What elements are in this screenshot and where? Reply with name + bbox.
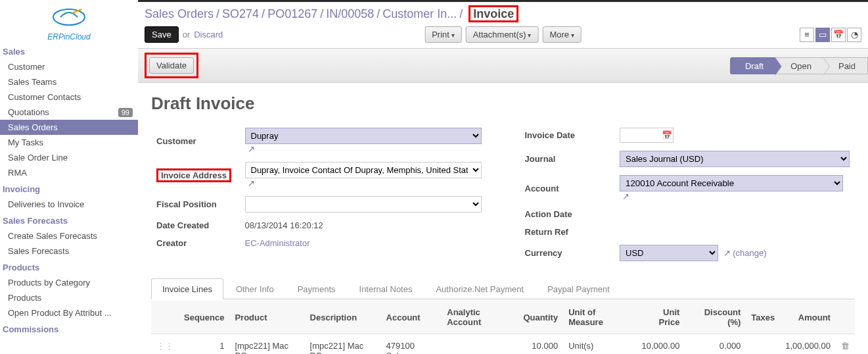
external-link-icon[interactable]: ↗ xyxy=(245,144,255,154)
column-header: Account xyxy=(381,301,442,334)
tab[interactable]: Payments xyxy=(286,278,347,299)
menu-header: Sales Forecasts xyxy=(0,212,138,228)
sidebar-item[interactable]: Open Product By Attribut ... xyxy=(0,305,138,320)
column-header xyxy=(836,301,855,334)
external-link-icon[interactable]: ↗ xyxy=(245,178,255,188)
view-calendar-icon[interactable]: 📅 xyxy=(831,28,846,42)
column-header: Unit of Measure xyxy=(563,301,635,334)
column-header: Product xyxy=(229,301,304,334)
sidebar-item[interactable]: Deliveries to Invoice xyxy=(0,197,138,212)
svg-point-0 xyxy=(53,9,85,25)
fiscal-position-select[interactable] xyxy=(245,196,482,213)
sidebar-item[interactable]: Sales Teams xyxy=(0,74,138,89)
tab[interactable]: Authorize.Net Payment xyxy=(424,278,535,299)
or-text: or xyxy=(183,30,191,39)
column-header: Description xyxy=(305,301,381,334)
sidebar-item[interactable]: RMA xyxy=(0,165,138,180)
column-header xyxy=(151,301,179,334)
sidebar-item[interactable]: Sale Order Line xyxy=(0,150,138,165)
sidebar-item[interactable]: Quotations99 xyxy=(0,105,138,120)
customer-select[interactable]: Dupray xyxy=(245,128,482,144)
column-header: Unit Price xyxy=(635,301,685,334)
page-title: Draft Invoice xyxy=(151,93,855,114)
badge: 99 xyxy=(118,108,133,117)
sidebar-item[interactable]: Customer xyxy=(0,59,138,74)
account-label: Account xyxy=(521,172,615,205)
journal-label: Journal xyxy=(521,147,615,170)
view-list-icon[interactable]: ≡ xyxy=(800,28,814,42)
table-row[interactable]: ⋮⋮1[mpc221] Mac PC[mpc221] Mac PC479100 … xyxy=(151,334,855,355)
menu-header: Products xyxy=(0,259,138,275)
return-ref-label: Return Ref xyxy=(521,224,615,240)
sidebar-item[interactable]: Products xyxy=(0,290,138,305)
status-step[interactable]: Draft xyxy=(730,57,776,74)
logo: ERPinCloud xyxy=(0,3,138,43)
date-created-label: Date Created xyxy=(152,217,240,234)
fiscal-position-label: Fiscal Position xyxy=(152,193,240,216)
breadcrumb-link[interactable]: Sales Orders xyxy=(145,7,214,20)
more-button[interactable]: More xyxy=(542,26,581,43)
breadcrumb-link[interactable]: PO01267 xyxy=(267,7,317,20)
invoice-date-input[interactable] xyxy=(620,128,674,143)
creator-link[interactable]: EC-Administrator xyxy=(245,238,310,248)
currency-select[interactable]: USD xyxy=(620,245,718,261)
column-header: Discount (%) xyxy=(685,301,746,334)
save-button[interactable]: Save xyxy=(145,26,179,43)
customer-label: Customer xyxy=(152,124,240,157)
action-date-label: Action Date xyxy=(521,206,615,222)
column-header: Quantity xyxy=(518,301,563,334)
menu-header: Sales xyxy=(0,43,138,59)
sidebar-item[interactable]: Create Sales Forecasts xyxy=(0,228,138,243)
external-link-icon[interactable]: ↗ xyxy=(620,191,629,201)
sidebar-item[interactable]: Sales Orders xyxy=(0,120,138,135)
toolbar: Save or Discard Print Attachment(s) More… xyxy=(138,24,868,48)
drag-handle-icon[interactable]: ⋮⋮ xyxy=(156,341,173,351)
breadcrumb-current: Invoice xyxy=(473,7,514,20)
sidebar-item[interactable]: My Tasks xyxy=(0,135,138,150)
column-header: Analytic Account xyxy=(442,301,518,334)
breadcrumb: Sales Orders/SO274/PO01267/IN/00058/Cust… xyxy=(138,2,868,24)
sidebar: ERPinCloud SalesCustomerSales TeamsCusto… xyxy=(0,0,138,354)
main: Sales Orders/SO274/PO01267/IN/00058/Cust… xyxy=(138,0,868,354)
breadcrumb-link[interactable]: Customer In... xyxy=(382,7,457,20)
breadcrumb-link[interactable]: IN/00058 xyxy=(326,7,374,20)
account-select[interactable]: 120010 Account Receivable xyxy=(620,175,843,191)
tab[interactable]: Other Info xyxy=(225,278,285,299)
invoice-date-label: Invoice Date xyxy=(521,124,615,146)
status-step[interactable]: Open xyxy=(775,57,824,74)
column-header: Sequence xyxy=(179,301,229,334)
tab[interactable]: Paypal Payment xyxy=(536,278,621,299)
menu-header: Commissions xyxy=(0,320,138,337)
menu-header: Invoicing xyxy=(0,180,138,197)
invoice-address-select[interactable]: Dupray, Invoice Contact Of Dupray, Memph… xyxy=(245,162,482,178)
delete-icon[interactable]: 🗑 xyxy=(841,341,850,351)
sidebar-item[interactable]: Customer Contacts xyxy=(0,89,138,105)
status-step[interactable]: Paid xyxy=(823,57,868,74)
journal-select[interactable]: Sales Journal (USD) xyxy=(620,151,850,167)
sidebar-item[interactable]: Sales Forecasts xyxy=(0,243,138,259)
change-currency-link[interactable]: (change) xyxy=(733,248,766,258)
date-created-value: 08/13/2014 16:20:12 xyxy=(241,217,486,234)
breadcrumb-link[interactable]: SO274 xyxy=(222,7,259,20)
creator-label: Creator xyxy=(152,235,240,251)
invoice-lines-table: SequenceProductDescriptionAccountAnalyti… xyxy=(151,301,855,354)
column-header: Taxes xyxy=(746,301,780,334)
view-form-icon[interactable]: ▭ xyxy=(815,28,830,42)
invoice-address-label: Invoice Address xyxy=(156,168,231,182)
external-link-icon[interactable]: ↗ xyxy=(721,248,731,258)
tabs: Invoice LinesOther InfoPaymentsInternal … xyxy=(151,278,855,299)
currency-label: Currency xyxy=(521,241,615,265)
print-button[interactable]: Print xyxy=(424,26,462,43)
attachments-button[interactable]: Attachment(s) xyxy=(466,26,539,43)
sidebar-item[interactable]: Products by Category xyxy=(0,275,138,290)
discard-link[interactable]: Discard xyxy=(194,30,223,39)
column-header: Amount xyxy=(780,301,836,334)
view-graph-icon[interactable]: ◔ xyxy=(847,28,861,42)
tab[interactable]: Internal Notes xyxy=(348,278,424,299)
status-bar: Validate DraftOpenPaid xyxy=(138,48,868,83)
validate-button[interactable]: Validate xyxy=(149,57,194,74)
tab[interactable]: Invoice Lines xyxy=(151,278,223,299)
